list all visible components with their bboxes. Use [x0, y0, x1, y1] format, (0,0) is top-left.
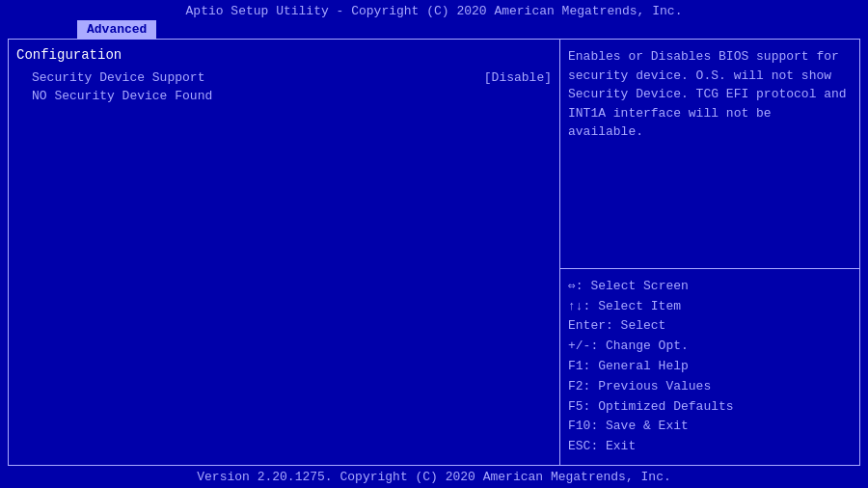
advanced-tab[interactable]: Advanced: [77, 20, 156, 39]
footer-text: Version 2.20.1275. Copyright (C) 2020 Am…: [197, 470, 670, 484]
shortcut-item: F5: Optimized Defaults: [568, 397, 852, 418]
shortcut-item: ESC: Exit: [568, 437, 852, 457]
shortcut-item: ↑↓: Select Item: [568, 297, 852, 317]
left-panel: Configuration Security Device Support [D…: [9, 40, 560, 465]
security-device-support-value: [Disable]: [484, 70, 552, 85]
tab-bar: Advanced: [0, 20, 868, 39]
security-device-support-item[interactable]: Security Device Support [Disable]: [16, 68, 552, 87]
shortcut-item: F2: Previous Values: [568, 377, 852, 397]
shortcut-item: F1: General Help: [568, 357, 852, 377]
shortcuts-panel: ⇔: Select Screen↑↓: Select ItemEnter: Se…: [560, 269, 859, 465]
title-text: Aptio Setup Utility - Copyright (C) 2020…: [186, 4, 683, 18]
security-device-support-label: Security Device Support: [32, 70, 204, 85]
section-title: Configuration: [16, 47, 552, 63]
shortcut-item: ⇔: Select Screen: [568, 277, 852, 297]
main-content: Configuration Security Device Support [D…: [8, 39, 860, 466]
bios-screen: Aptio Setup Utility - Copyright (C) 2020…: [0, 0, 868, 488]
title-bar: Aptio Setup Utility - Copyright (C) 2020…: [0, 0, 868, 20]
no-security-device-note: NO Security Device Found: [16, 87, 552, 105]
right-panel: Enables or Disables BIOS support for sec…: [560, 40, 859, 465]
help-text: Enables or Disables BIOS support for sec…: [560, 40, 859, 269]
shortcut-item: F10: Save & Exit: [568, 417, 852, 437]
shortcut-item: Enter: Select: [568, 316, 852, 337]
footer: Version 2.20.1275. Copyright (C) 2020 Am…: [0, 466, 868, 488]
shortcut-item: +/-: Change Opt.: [568, 337, 852, 357]
